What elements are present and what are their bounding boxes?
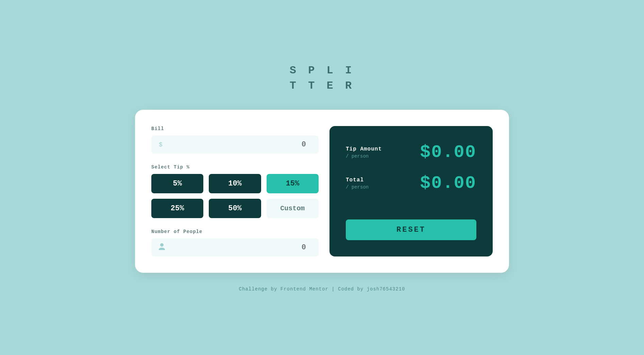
total-label: Total — [346, 177, 369, 183]
people-section: Number of People — [151, 229, 319, 256]
total-label-area: Total / person — [346, 177, 369, 190]
tip-amount-row: Tip Amount / person $0.00 — [346, 142, 476, 162]
tip-amount-label-area: Tip Amount / person — [346, 146, 382, 159]
tip-custom-button[interactable]: Custom — [267, 199, 319, 218]
tip-10-button[interactable]: 10% — [209, 174, 261, 193]
tip-amount-value: $0.00 — [420, 142, 476, 162]
tip-5-button[interactable]: 5% — [151, 174, 203, 193]
left-panel: Bill $ Select Tip % 5% 10% 15% 25% 50% C… — [151, 126, 319, 256]
tip-amount-sublabel: / person — [346, 154, 382, 159]
tip-grid: 5% 10% 15% 25% 50% Custom — [151, 174, 319, 218]
reset-button[interactable]: RESET — [346, 219, 476, 240]
person-icon — [159, 243, 165, 252]
total-sublabel: / person — [346, 184, 369, 190]
bill-input[interactable] — [167, 140, 311, 149]
tip-label: Select Tip % — [151, 164, 319, 170]
tip-amount-label: Tip Amount — [346, 146, 382, 152]
bill-section: Bill $ — [151, 126, 319, 154]
tip-25-button[interactable]: 25% — [151, 199, 203, 218]
people-input-wrapper — [151, 238, 319, 256]
people-input[interactable] — [169, 243, 311, 252]
right-panel: Tip Amount / person $0.00 Total / person… — [329, 126, 493, 256]
tip-15-button[interactable]: 15% — [267, 174, 319, 193]
results-area: Tip Amount / person $0.00 Total / person… — [346, 142, 476, 204]
bill-dollar-icon: $ — [159, 141, 163, 148]
footer: Challenge by Frontend Mentor | Coded by … — [239, 286, 405, 292]
tip-section: Select Tip % 5% 10% 15% 25% 50% Custom — [151, 164, 319, 218]
bill-label: Bill — [151, 126, 319, 131]
total-row: Total / person $0.00 — [346, 173, 476, 193]
app-title: S P L I T T E R — [290, 63, 354, 94]
tip-50-button[interactable]: 50% — [209, 199, 261, 218]
bill-input-wrapper: $ — [151, 136, 319, 154]
main-card: Bill $ Select Tip % 5% 10% 15% 25% 50% C… — [135, 110, 509, 273]
total-value: $0.00 — [420, 173, 476, 193]
people-label: Number of People — [151, 229, 319, 234]
